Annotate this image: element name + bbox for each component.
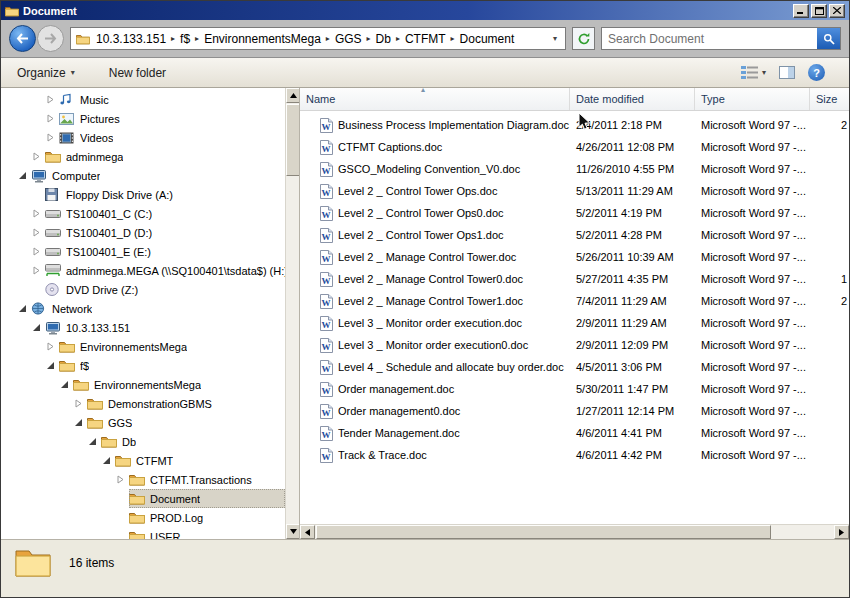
file-name-cell[interactable]: WCTFMT Captions.doc	[300, 140, 570, 155]
tree-item[interactable]: TS100401_C (C:)	[1, 204, 285, 223]
tree-item[interactable]: Document	[1, 489, 285, 508]
search-button[interactable]	[817, 28, 840, 49]
breadcrumb-item[interactable]: f$	[178, 32, 192, 46]
breadcrumb-separator-icon[interactable]: ▸	[393, 34, 403, 43]
preview-pane-button[interactable]	[779, 66, 795, 79]
tree-item[interactable]: Pictures	[1, 109, 285, 128]
scroll-right-button[interactable]	[834, 525, 849, 539]
file-name-cell[interactable]: WTrack & Trace.doc	[300, 448, 570, 463]
file-row[interactable]: WLevel 3 _ Monitor order execution0.doc2…	[300, 334, 849, 356]
tree-item[interactable]: PROD.Log	[1, 508, 285, 527]
file-row[interactable]: WOrder management0.doc1/27/2011 12:14 PM…	[300, 400, 849, 422]
file-row[interactable]: WLevel 3 _ Monitor order execution.doc2/…	[300, 312, 849, 334]
horizontal-scroll-thumb[interactable]	[316, 525, 771, 539]
column-header-date-modified[interactable]: Date modified	[570, 88, 695, 110]
tree-expanded-arrow-icon[interactable]	[102, 456, 115, 465]
scroll-down-button[interactable]	[286, 524, 300, 539]
file-name-cell[interactable]: WLevel 2 _ Control Tower Ops1.doc	[300, 228, 570, 243]
file-name-cell[interactable]: WGSCO_Modeling Convention_V0.doc	[300, 162, 570, 177]
tree-expanded-arrow-icon[interactable]	[18, 171, 31, 180]
file-name-cell[interactable]: WLevel 2 _ Manage Control Tower1.doc	[300, 294, 570, 309]
tree-item[interactable]: DVD Drive (Z:)	[1, 280, 285, 299]
file-name-cell[interactable]: WLevel 2 _ Control Tower Ops0.doc	[300, 206, 570, 221]
file-name-cell[interactable]: WLevel 3 _ Monitor order execution.doc	[300, 316, 570, 331]
tree-item[interactable]: TS100401_D (D:)	[1, 223, 285, 242]
tree-item[interactable]: Computer	[1, 166, 285, 185]
file-name-cell[interactable]: WOrder management0.doc	[300, 404, 570, 419]
tree-item[interactable]: Network	[1, 299, 285, 318]
tree-collapsed-arrow-icon[interactable]	[32, 228, 45, 237]
tree-expanded-arrow-icon[interactable]	[74, 418, 87, 427]
tree-item[interactable]: DemonstrationGBMS	[1, 394, 285, 413]
file-row[interactable]: WCTFMT Captions.doc4/26/2011 12:08 PMMic…	[300, 136, 849, 158]
tree-item[interactable]: USER	[1, 527, 285, 539]
tree-collapsed-arrow-icon[interactable]	[46, 342, 59, 351]
breadcrumb-item[interactable]: Db	[374, 32, 393, 46]
tree-expanded-arrow-icon[interactable]	[18, 304, 31, 313]
tree-collapsed-arrow-icon[interactable]	[46, 95, 59, 104]
tree-expanded-arrow-icon[interactable]	[60, 380, 73, 389]
file-row[interactable]: WLevel 2 _ Manage Control Tower0.doc5/27…	[300, 268, 849, 290]
scroll-left-button[interactable]	[300, 525, 315, 539]
tree-expanded-arrow-icon[interactable]	[88, 437, 101, 446]
file-row[interactable]: WTender Management.doc4/6/2011 4:41 PMMi…	[300, 422, 849, 444]
column-header-type[interactable]: Type	[695, 88, 810, 110]
tree-collapsed-arrow-icon[interactable]	[32, 266, 45, 275]
tree-collapsed-arrow-icon[interactable]	[74, 399, 87, 408]
file-row[interactable]: WLevel 2 _ Control Tower Ops1.doc5/2/201…	[300, 224, 849, 246]
breadcrumb-dropdown-icon[interactable]: ▾	[550, 34, 560, 43]
tree-item[interactable]: EnvironnementsMega	[1, 337, 285, 356]
forward-button[interactable]	[37, 25, 64, 52]
breadcrumb-separator-icon[interactable]: ▸	[168, 34, 178, 43]
tree-vertical-scrollbar[interactable]	[285, 88, 299, 539]
minimize-button[interactable]	[793, 4, 809, 18]
tree-item[interactable]: adminmega	[1, 147, 285, 166]
file-row[interactable]: WTrack & Trace.doc4/6/2011 4:42 PMMicros…	[300, 444, 849, 466]
search-input[interactable]	[602, 32, 817, 46]
column-header-name[interactable]: Name▴	[300, 88, 570, 110]
maximize-button[interactable]	[811, 4, 827, 18]
breadcrumb-separator-icon[interactable]: ▸	[364, 34, 374, 43]
help-button[interactable]: ?	[808, 64, 825, 81]
tree-item[interactable]: Videos	[1, 128, 285, 147]
breadcrumb-separator-icon[interactable]: ▸	[323, 34, 333, 43]
file-row[interactable]: WLevel 2 _ Control Tower Ops.doc5/13/201…	[300, 180, 849, 202]
new-folder-button[interactable]: New folder	[103, 63, 172, 83]
file-name-cell[interactable]: WLevel 2 _ Manage Control Tower0.doc	[300, 272, 570, 287]
file-row[interactable]: WLevel 2 _ Manage Control Tower1.doc7/4/…	[300, 290, 849, 312]
tree-expanded-arrow-icon[interactable]	[46, 361, 59, 370]
file-name-cell[interactable]: WTender Management.doc	[300, 426, 570, 441]
tree-item[interactable]: TS100401_E (E:)	[1, 242, 285, 261]
tree-item[interactable]: Db	[1, 432, 285, 451]
tree-collapsed-arrow-icon[interactable]	[32, 152, 45, 161]
breadcrumb-separator-icon[interactable]: ▸	[192, 34, 202, 43]
file-row[interactable]: WLevel 2 _ Control Tower Ops0.doc5/2/201…	[300, 202, 849, 224]
close-button[interactable]	[829, 4, 845, 18]
file-name-cell[interactable]: WLevel 4 _ Schedule and allocate buy ord…	[300, 360, 570, 375]
tree-item[interactable]: GGS	[1, 413, 285, 432]
vertical-scroll-thumb[interactable]	[286, 104, 300, 176]
file-row[interactable]: WLevel 4 _ Schedule and allocate buy ord…	[300, 356, 849, 378]
tree-collapsed-arrow-icon[interactable]	[32, 209, 45, 218]
tree-collapsed-arrow-icon[interactable]	[46, 133, 59, 142]
tree-collapsed-arrow-icon[interactable]	[116, 475, 129, 484]
tree-collapsed-arrow-icon[interactable]	[46, 114, 59, 123]
breadcrumb-item[interactable]: 10.3.133.151	[94, 32, 168, 46]
breadcrumb-item[interactable]: Document	[458, 32, 517, 46]
refresh-button[interactable]	[572, 27, 595, 50]
tree-item[interactable]: f$	[1, 356, 285, 375]
tree-item[interactable]: 10.3.133.151	[1, 318, 285, 337]
tree-collapsed-arrow-icon[interactable]	[32, 247, 45, 256]
file-name-cell[interactable]: WBusiness Process Implementation Diagram…	[300, 118, 570, 133]
tree-expanded-arrow-icon[interactable]	[32, 323, 45, 332]
file-name-cell[interactable]: WLevel 2 _ Control Tower Ops.doc	[300, 184, 570, 199]
file-row[interactable]: WGSCO_Modeling Convention_V0.doc11/26/20…	[300, 158, 849, 180]
file-name-cell[interactable]: WLevel 3 _ Monitor order execution0.doc	[300, 338, 570, 353]
file-row[interactable]: WBusiness Process Implementation Diagram…	[300, 114, 849, 136]
tree-item[interactable]: CTFMT.Transactions	[1, 470, 285, 489]
file-name-cell[interactable]: WOrder management.doc	[300, 382, 570, 397]
tree-item[interactable]: Music	[1, 90, 285, 109]
breadcrumb-item[interactable]: GGS	[333, 32, 364, 46]
file-row[interactable]: WLevel 2 _ Manage Control Tower.doc5/26/…	[300, 246, 849, 268]
file-row[interactable]: WOrder management.doc5/30/2011 1:47 PMMi…	[300, 378, 849, 400]
